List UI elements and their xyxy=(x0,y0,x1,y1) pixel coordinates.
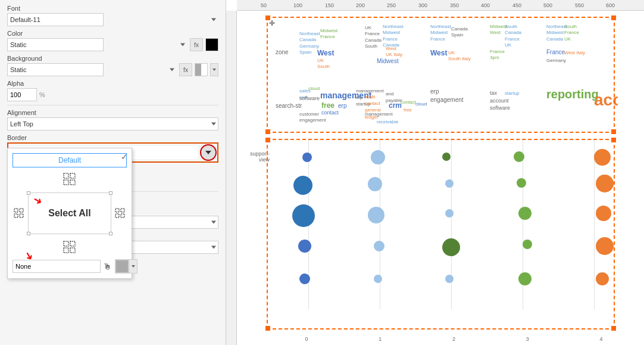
bubble-sv-2 xyxy=(442,153,451,161)
ruler-label-450: 450 xyxy=(512,2,521,8)
bubble-r3-0 xyxy=(292,204,315,227)
svg-rect-14 xyxy=(64,248,68,253)
bubble-r2-4 xyxy=(596,175,614,192)
ruler-label-250: 250 xyxy=(387,2,396,8)
svg-rect-3 xyxy=(70,180,75,185)
ruler-label-500: 500 xyxy=(543,2,552,8)
search-str-label: search-str xyxy=(276,102,302,109)
word-west: West xyxy=(317,49,334,57)
chart-content: ✛ zone search-str NortheastCanadaGermany… xyxy=(237,11,644,345)
default-button[interactable]: Default xyxy=(12,153,127,167)
font-dropdown-wrapper xyxy=(7,13,218,26)
none-color-arrow[interactable] xyxy=(129,260,137,273)
bubble-chart-section: support-view xyxy=(237,139,644,345)
color-group: Color fx xyxy=(7,30,218,51)
y-label-support-view: support-view xyxy=(240,151,270,163)
word-col-2b: NortheastMidwestFranceCanada xyxy=(383,24,404,49)
bubble-sv-3 xyxy=(514,151,524,162)
percent-label: % xyxy=(39,91,45,98)
grid-top-icon[interactable] xyxy=(61,171,78,188)
color-swatch[interactable] xyxy=(205,38,218,51)
x-label-2: 2 xyxy=(452,336,455,342)
background-type-input[interactable] xyxy=(7,63,104,76)
popup-bottom-row: ➜ 🖱 xyxy=(12,259,127,273)
chart-area: 50 100 150 200 250 300 350 400 450 500 5… xyxy=(226,0,644,345)
bubble-sv-4 xyxy=(594,149,611,166)
cursor-icon: 🖱 xyxy=(103,262,111,271)
color-dropdown-arrow-icon xyxy=(180,43,185,46)
search-contact-2: contact xyxy=(401,100,416,105)
font-dropdown-arrow-icon xyxy=(211,18,216,21)
grid-bottom-icon[interactable] xyxy=(61,239,78,256)
search-contact: contact xyxy=(321,110,339,116)
svg-rect-7 xyxy=(20,214,23,217)
svg-rect-10 xyxy=(115,214,119,217)
move-cursor-icon: ✛ xyxy=(269,19,275,27)
bubble-r4-2 xyxy=(442,238,460,256)
alpha-label: Alpha xyxy=(7,80,218,87)
left-grid-icon[interactable] xyxy=(12,207,26,220)
svg-rect-8 xyxy=(115,209,119,212)
word-germany: Germany xyxy=(546,58,566,63)
right-grid-icon[interactable] xyxy=(114,207,127,220)
chart-body: ✛ zone search-str NortheastCanadaGermany… xyxy=(226,11,644,345)
row-3 xyxy=(270,204,638,234)
border-dropdown-btn[interactable] xyxy=(200,144,217,161)
bubble-r4-3 xyxy=(523,240,532,249)
handle-bl[interactable] xyxy=(265,129,270,134)
color-type-wrapper xyxy=(7,38,187,51)
bubble-r3-3 xyxy=(518,207,532,220)
alignment-input[interactable] xyxy=(7,117,218,130)
bubble-r2-3 xyxy=(517,178,526,188)
background-formula-icon[interactable]: fx xyxy=(179,63,192,76)
svg-rect-2 xyxy=(64,180,68,185)
ruler-label-100: 100 xyxy=(293,2,302,8)
color-formula-icon[interactable]: fx xyxy=(190,38,203,51)
background-label: Background xyxy=(7,55,218,62)
word-midwest: MidwestFrance xyxy=(320,28,337,41)
ruler-label-200: 200 xyxy=(356,2,365,8)
word-col-3: NortheastMidwestFrance xyxy=(430,24,451,42)
row-2 xyxy=(270,175,638,198)
font-input[interactable] xyxy=(7,13,104,26)
handle-br[interactable] xyxy=(611,129,616,134)
word-west-2: WestUK Italy xyxy=(386,46,402,58)
word-col-2: UKFranceCanadaSouth xyxy=(365,25,382,50)
svg-rect-4 xyxy=(14,209,18,212)
background-swatch[interactable] xyxy=(195,63,208,76)
none-color-swatch[interactable] xyxy=(115,260,129,273)
x-label-3: 3 xyxy=(526,336,529,342)
svg-rect-15 xyxy=(70,248,75,253)
bubble-r2-2 xyxy=(445,179,454,188)
corner-bl xyxy=(27,232,30,235)
font-group: Font xyxy=(7,5,218,26)
ruler-label-400: 400 xyxy=(481,2,490,8)
svg-rect-0 xyxy=(64,173,68,178)
background-arrow-btn[interactable] xyxy=(210,63,218,76)
alpha-input[interactable] xyxy=(7,88,37,101)
color-label: Color xyxy=(7,30,218,37)
color-type-input[interactable] xyxy=(7,38,104,51)
x-label-1: 1 xyxy=(379,336,382,342)
word-col-3b: CanadaSpain xyxy=(451,26,468,39)
zone-label: zone xyxy=(276,49,289,55)
background-dropdown-arrow-icon xyxy=(170,69,174,72)
corner-tr xyxy=(109,191,112,195)
red-arrow-top-icon: ➜ xyxy=(31,193,45,209)
search-free-2: free xyxy=(404,107,412,113)
word-cloud-area: zone search-str NortheastCanadaGermanySp… xyxy=(273,19,618,129)
select-all-area[interactable]: ➜ Select All xyxy=(28,192,111,234)
row-support-view xyxy=(270,148,638,172)
row-5 xyxy=(270,270,638,294)
alignment-label: Alignment xyxy=(7,109,218,116)
word-col-4c: France3pm xyxy=(490,49,505,61)
svg-rect-13 xyxy=(70,241,75,246)
bubble-r5-0 xyxy=(299,273,310,284)
ruler-label-600: 600 xyxy=(606,2,615,8)
search-receivable: receivable xyxy=(377,119,398,125)
row-4 xyxy=(270,237,638,267)
search-erp: erp xyxy=(338,102,346,109)
bubble-r4-4 xyxy=(596,237,614,255)
word-uk-south: UKSouth xyxy=(317,58,330,70)
bubble-r4-1 xyxy=(374,241,384,251)
